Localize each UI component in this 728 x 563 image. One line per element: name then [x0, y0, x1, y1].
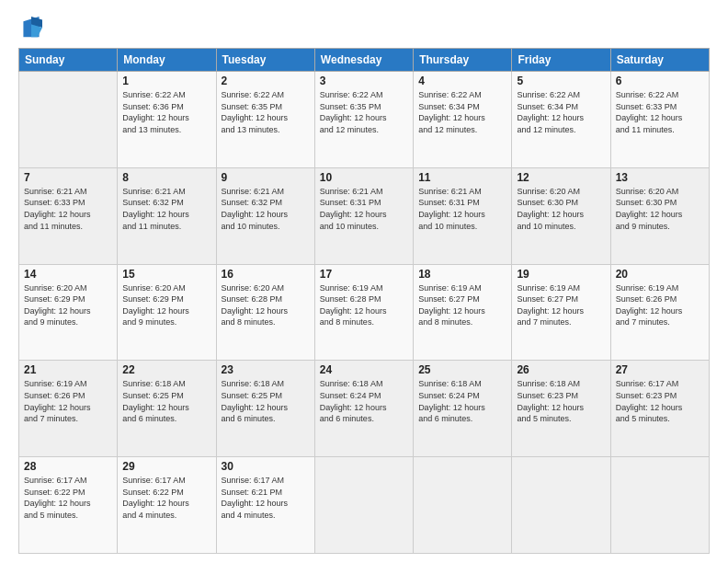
weekday-header: Tuesday [216, 49, 314, 72]
day-info: Sunrise: 6:18 AM Sunset: 6:24 PM Dayligh… [418, 378, 506, 424]
day-info: Sunrise: 6:19 AM Sunset: 6:26 PM Dayligh… [616, 282, 704, 328]
calendar-week-row: 28Sunrise: 6:17 AM Sunset: 6:22 PM Dayli… [19, 457, 710, 554]
day-info: Sunrise: 6:21 AM Sunset: 6:32 PM Dayligh… [222, 186, 310, 232]
day-info: Sunrise: 6:18 AM Sunset: 6:25 PM Dayligh… [222, 378, 310, 424]
weekday-header: Friday [512, 49, 610, 72]
day-number: 16 [222, 268, 310, 281]
day-number: 12 [517, 171, 605, 184]
day-info: Sunrise: 6:20 AM Sunset: 6:28 PM Dayligh… [222, 282, 310, 328]
calendar-cell: 16Sunrise: 6:20 AM Sunset: 6:28 PM Dayli… [216, 264, 314, 361]
calendar-week-row: 14Sunrise: 6:20 AM Sunset: 6:29 PM Dayli… [19, 264, 710, 361]
day-number: 2 [222, 75, 310, 87]
day-number: 6 [616, 75, 704, 87]
calendar-cell: 18Sunrise: 6:19 AM Sunset: 6:27 PM Dayli… [414, 264, 512, 361]
calendar-cell: 23Sunrise: 6:18 AM Sunset: 6:25 PM Dayli… [216, 361, 314, 457]
calendar-cell: 15Sunrise: 6:20 AM Sunset: 6:29 PM Dayli… [118, 264, 216, 361]
calendar-week-row: 21Sunrise: 6:19 AM Sunset: 6:26 PM Dayli… [19, 361, 710, 457]
day-info: Sunrise: 6:22 AM Sunset: 6:36 PM Dayligh… [122, 89, 210, 135]
calendar-cell: 3Sunrise: 6:22 AM Sunset: 6:35 PM Daylig… [314, 72, 413, 168]
weekday-row: SundayMondayTuesdayWednesdayThursdayFrid… [19, 49, 710, 72]
day-number: 5 [517, 75, 605, 87]
calendar-cell: 22Sunrise: 6:18 AM Sunset: 6:25 PM Dayli… [118, 361, 216, 457]
calendar-cell [512, 457, 610, 554]
weekday-header: Sunday [19, 49, 118, 72]
day-number: 14 [24, 268, 112, 281]
calendar-cell [414, 457, 512, 554]
day-info: Sunrise: 6:22 AM Sunset: 6:34 PM Dayligh… [517, 89, 605, 135]
day-info: Sunrise: 6:19 AM Sunset: 6:28 PM Dayligh… [320, 282, 408, 328]
day-info: Sunrise: 6:21 AM Sunset: 6:33 PM Dayligh… [24, 186, 112, 232]
calendar-cell: 2Sunrise: 6:22 AM Sunset: 6:35 PM Daylig… [216, 72, 314, 168]
day-number: 8 [122, 171, 210, 184]
calendar-week-row: 1Sunrise: 6:22 AM Sunset: 6:36 PM Daylig… [19, 72, 710, 168]
calendar-cell: 30Sunrise: 6:17 AM Sunset: 6:21 PM Dayli… [216, 457, 314, 554]
day-info: Sunrise: 6:18 AM Sunset: 6:24 PM Dayligh… [320, 378, 408, 424]
calendar-cell: 29Sunrise: 6:17 AM Sunset: 6:22 PM Dayli… [118, 457, 216, 554]
day-info: Sunrise: 6:17 AM Sunset: 6:23 PM Dayligh… [616, 378, 704, 424]
day-info: Sunrise: 6:22 AM Sunset: 6:35 PM Dayligh… [320, 89, 408, 135]
day-number: 21 [24, 363, 112, 376]
calendar-cell: 28Sunrise: 6:17 AM Sunset: 6:22 PM Dayli… [19, 457, 118, 554]
calendar-cell: 26Sunrise: 6:18 AM Sunset: 6:23 PM Dayli… [512, 361, 610, 457]
calendar-cell [610, 457, 709, 554]
calendar-cell: 5Sunrise: 6:22 AM Sunset: 6:34 PM Daylig… [512, 72, 610, 168]
day-number: 15 [122, 268, 210, 281]
weekday-header: Saturday [610, 49, 709, 72]
day-info: Sunrise: 6:17 AM Sunset: 6:21 PM Dayligh… [222, 475, 310, 521]
day-info: Sunrise: 6:20 AM Sunset: 6:30 PM Dayligh… [616, 186, 704, 232]
day-number: 11 [418, 171, 506, 184]
calendar-cell: 6Sunrise: 6:22 AM Sunset: 6:33 PM Daylig… [610, 72, 709, 168]
calendar-week-row: 7Sunrise: 6:21 AM Sunset: 6:33 PM Daylig… [19, 167, 710, 264]
calendar-table: SundayMondayTuesdayWednesdayThursdayFrid… [18, 48, 710, 554]
day-info: Sunrise: 6:21 AM Sunset: 6:31 PM Dayligh… [320, 186, 408, 232]
day-info: Sunrise: 6:19 AM Sunset: 6:26 PM Dayligh… [24, 378, 112, 424]
day-number: 22 [122, 363, 210, 376]
calendar-cell: 10Sunrise: 6:21 AM Sunset: 6:31 PM Dayli… [314, 167, 413, 264]
calendar-cell: 25Sunrise: 6:18 AM Sunset: 6:24 PM Dayli… [414, 361, 512, 457]
day-info: Sunrise: 6:18 AM Sunset: 6:23 PM Dayligh… [517, 378, 605, 424]
calendar-cell: 14Sunrise: 6:20 AM Sunset: 6:29 PM Dayli… [19, 264, 118, 361]
logo-icon [20, 15, 42, 40]
day-number: 29 [122, 460, 210, 473]
day-number: 25 [418, 363, 506, 376]
calendar-cell: 11Sunrise: 6:21 AM Sunset: 6:31 PM Dayli… [414, 167, 512, 264]
calendar-cell: 9Sunrise: 6:21 AM Sunset: 6:32 PM Daylig… [216, 167, 314, 264]
weekday-header: Thursday [414, 49, 512, 72]
day-info: Sunrise: 6:21 AM Sunset: 6:32 PM Dayligh… [122, 186, 210, 232]
calendar-cell [314, 457, 413, 554]
day-number: 20 [616, 268, 704, 281]
day-info: Sunrise: 6:22 AM Sunset: 6:33 PM Dayligh… [616, 89, 704, 135]
day-info: Sunrise: 6:22 AM Sunset: 6:34 PM Dayligh… [418, 89, 506, 135]
calendar-cell: 17Sunrise: 6:19 AM Sunset: 6:28 PM Dayli… [314, 264, 413, 361]
weekday-header: Monday [118, 49, 216, 72]
day-number: 27 [616, 363, 704, 376]
day-info: Sunrise: 6:17 AM Sunset: 6:22 PM Dayligh… [24, 475, 112, 521]
calendar-cell: 21Sunrise: 6:19 AM Sunset: 6:26 PM Dayli… [19, 361, 118, 457]
day-number: 24 [320, 363, 408, 376]
calendar-cell: 1Sunrise: 6:22 AM Sunset: 6:36 PM Daylig… [118, 72, 216, 168]
calendar-cell: 8Sunrise: 6:21 AM Sunset: 6:32 PM Daylig… [118, 167, 216, 264]
day-number: 3 [320, 75, 408, 87]
calendar-cell: 13Sunrise: 6:20 AM Sunset: 6:30 PM Dayli… [610, 167, 709, 264]
day-info: Sunrise: 6:22 AM Sunset: 6:35 PM Dayligh… [222, 89, 310, 135]
day-number: 18 [418, 268, 506, 281]
calendar-header: SundayMondayTuesdayWednesdayThursdayFrid… [19, 49, 710, 72]
day-number: 7 [24, 171, 112, 184]
day-number: 19 [517, 268, 605, 281]
day-info: Sunrise: 6:17 AM Sunset: 6:22 PM Dayligh… [122, 475, 210, 521]
logo [18, 15, 46, 40]
day-info: Sunrise: 6:18 AM Sunset: 6:25 PM Dayligh… [122, 378, 210, 424]
calendar-cell: 7Sunrise: 6:21 AM Sunset: 6:33 PM Daylig… [19, 167, 118, 264]
day-number: 13 [616, 171, 704, 184]
day-number: 17 [320, 268, 408, 281]
day-info: Sunrise: 6:20 AM Sunset: 6:30 PM Dayligh… [517, 186, 605, 232]
calendar-cell: 27Sunrise: 6:17 AM Sunset: 6:23 PM Dayli… [610, 361, 709, 457]
day-info: Sunrise: 6:20 AM Sunset: 6:29 PM Dayligh… [24, 282, 112, 328]
day-number: 9 [222, 171, 310, 184]
day-number: 28 [24, 460, 112, 473]
day-number: 26 [517, 363, 605, 376]
calendar-page: SundayMondayTuesdayWednesdayThursdayFrid… [0, 0, 728, 563]
calendar-cell: 19Sunrise: 6:19 AM Sunset: 6:27 PM Dayli… [512, 264, 610, 361]
calendar-cell [19, 72, 118, 168]
day-info: Sunrise: 6:19 AM Sunset: 6:27 PM Dayligh… [418, 282, 506, 328]
